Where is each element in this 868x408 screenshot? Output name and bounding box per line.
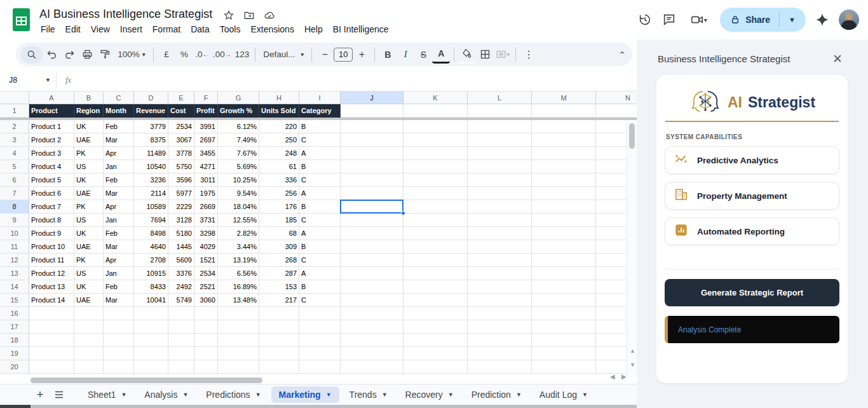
search-icon[interactable] (21, 46, 43, 64)
cell-N1[interactable] (596, 104, 637, 118)
cell-F19[interactable] (194, 347, 218, 360)
cell-L17[interactable] (468, 320, 532, 334)
cell-E8[interactable]: 2229 (168, 200, 194, 214)
cell-A7[interactable]: Product 6 (29, 187, 74, 200)
cell-J3[interactable] (341, 133, 403, 147)
cell-L6[interactable] (468, 173, 532, 187)
column-header-E[interactable]: E (168, 92, 194, 104)
cell-E9[interactable]: 3128 (168, 214, 194, 227)
cell-F6[interactable]: 3011 (194, 173, 218, 187)
cell-I12[interactable]: C (299, 254, 341, 267)
row-header-20[interactable]: 20 (0, 360, 29, 374)
cell-K3[interactable] (403, 133, 468, 147)
cell-D8[interactable]: 10589 (134, 200, 168, 214)
cell-A10[interactable]: Product 9 (29, 227, 74, 240)
cell-G2[interactable]: 6.12% (218, 120, 259, 133)
text-color-button[interactable]: A (432, 46, 450, 64)
cell-J5[interactable] (341, 160, 403, 173)
cell-F8[interactable]: 2669 (194, 200, 218, 214)
cell-C15[interactable]: Mar (104, 294, 134, 307)
row-header-1[interactable]: 1 (0, 104, 29, 118)
star-icon[interactable] (223, 10, 234, 21)
menu-format[interactable]: Format (147, 23, 186, 36)
cell-L2[interactable] (468, 120, 532, 133)
cell-J8[interactable] (341, 200, 403, 214)
sheet-tab-marketing[interactable]: Marketing▼ (271, 386, 339, 403)
cell-D3[interactable]: 8375 (134, 133, 168, 147)
cell-C7[interactable]: Mar (104, 187, 134, 200)
cell-G9[interactable]: 12.55% (218, 214, 259, 227)
cell-D1[interactable]: Revenue (134, 104, 168, 118)
cell-K5[interactable] (403, 160, 468, 173)
cell-I10[interactable]: A (299, 227, 341, 240)
more-options-icon[interactable]: ⋮ (520, 46, 538, 64)
cell-F1[interactable]: Profit (194, 104, 218, 118)
collapse-toolbar-icon[interactable]: ⌃ (618, 50, 626, 60)
print-icon[interactable] (78, 46, 96, 64)
increase-font-size-button[interactable]: + (353, 46, 370, 64)
cell-I15[interactable]: C (299, 294, 341, 307)
menu-bi-intelligence[interactable]: BI Intelligence (328, 23, 394, 36)
cell-K12[interactable] (403, 254, 468, 267)
row-header-4[interactable]: 4 (0, 147, 29, 160)
cell-B4[interactable]: PK (74, 147, 104, 160)
cell-G4[interactable]: 7.67% (218, 147, 259, 160)
italic-button[interactable]: I (397, 46, 414, 64)
column-header-D[interactable]: D (134, 92, 168, 104)
cell-L13[interactable] (468, 267, 532, 280)
cell-B10[interactable]: UK (74, 227, 104, 240)
cell-K16[interactable] (403, 307, 468, 320)
sheet-tab-caret-icon[interactable]: ▼ (382, 391, 388, 398)
cell-D2[interactable]: 3779 (134, 120, 168, 133)
cell-A20[interactable] (29, 360, 74, 374)
cell-D16[interactable] (134, 307, 168, 320)
cell-L1[interactable] (468, 104, 532, 118)
cell-D14[interactable]: 8433 (134, 280, 168, 294)
cell-L8[interactable] (468, 200, 532, 214)
column-header-G[interactable]: G (218, 92, 259, 104)
cell-K18[interactable] (403, 334, 468, 347)
cell-C4[interactable]: Apr (104, 147, 134, 160)
cell-J19[interactable] (341, 347, 403, 360)
version-history-icon[interactable] (637, 12, 653, 27)
decrease-font-size-button[interactable]: − (316, 46, 334, 64)
sheet-tab-recovery[interactable]: Recovery▼ (398, 386, 461, 403)
cell-G6[interactable]: 10.25% (218, 173, 259, 187)
cell-B11[interactable]: UAE (74, 240, 104, 254)
cell-L15[interactable] (468, 294, 532, 307)
cell-I8[interactable]: B (299, 200, 341, 214)
redo-icon[interactable] (60, 46, 78, 64)
cell-H16[interactable] (259, 307, 299, 320)
currency-format-button[interactable]: £ (158, 46, 175, 64)
cell-I9[interactable]: C (299, 214, 341, 227)
sheet-tab-analysis[interactable]: Analysis▼ (137, 386, 196, 403)
cell-G5[interactable]: 5.69% (218, 160, 259, 173)
number-format-button[interactable]: 123 (233, 46, 252, 64)
sheet-tab-sheet1[interactable]: Sheet1▼ (80, 386, 134, 403)
cell-G17[interactable] (218, 320, 259, 334)
column-header-M[interactable]: M (532, 92, 596, 104)
sheet-tab-predictions[interactable]: Predictions▼ (198, 386, 268, 403)
cell-C8[interactable]: Apr (104, 200, 134, 214)
row-header-13[interactable]: 13 (0, 267, 29, 280)
cell-G3[interactable]: 7.49% (218, 133, 259, 147)
sheet-tab-caret-icon[interactable]: ▼ (516, 391, 522, 398)
borders-icon[interactable] (476, 46, 494, 64)
cell-L9[interactable] (468, 214, 532, 227)
cell-C11[interactable]: Mar (104, 240, 134, 254)
cell-J17[interactable] (341, 320, 403, 334)
row-header-5[interactable]: 5 (0, 160, 29, 173)
cell-K17[interactable] (403, 320, 468, 334)
share-button[interactable]: Share ▼ (720, 8, 806, 32)
row-header-12[interactable]: 12 (0, 254, 29, 267)
cell-H19[interactable] (259, 347, 299, 360)
cell-C16[interactable] (104, 307, 134, 320)
cell-E18[interactable] (168, 334, 194, 347)
cell-L16[interactable] (468, 307, 532, 320)
cell-I2[interactable]: B (299, 120, 341, 133)
cell-G14[interactable]: 16.89% (218, 280, 259, 294)
cell-A5[interactable]: Product 4 (29, 160, 74, 173)
menu-extensions[interactable]: Extensions (245, 23, 299, 36)
column-header-L[interactable]: L (468, 92, 532, 104)
cell-G1[interactable]: Growth % (218, 104, 259, 118)
